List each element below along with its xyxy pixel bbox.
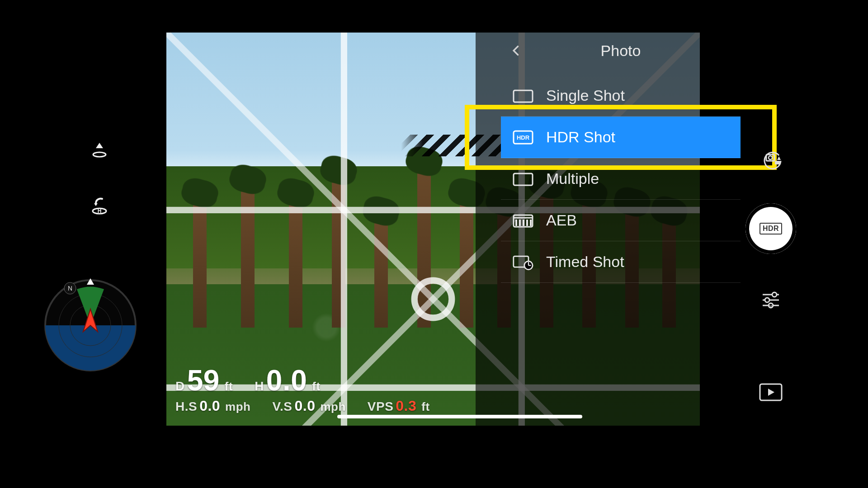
svg-text:M: M	[769, 304, 773, 308]
svg-point-36	[772, 292, 777, 297]
photo-mode-option[interactable]: AEB	[501, 200, 741, 241]
photo-mode-option-label: HDR Shot	[546, 128, 615, 146]
rect-icon	[513, 170, 533, 188]
shutter-mode-chip: HDR	[760, 223, 782, 235]
hs-value: 0.0	[199, 398, 220, 414]
exposure-bar	[337, 415, 583, 418]
svg-marker-31	[777, 156, 781, 160]
rect-icon	[513, 87, 533, 105]
playback-button[interactable]	[756, 378, 785, 407]
photo-mode-option-label: Timed Shot	[546, 253, 624, 271]
height-unit: ft	[312, 380, 320, 393]
return-home-button[interactable]: H	[85, 192, 114, 221]
menu-back-button[interactable]	[505, 40, 527, 61]
takeoff-button[interactable]	[85, 136, 114, 164]
north-label: N	[68, 285, 72, 292]
sliders-icon: M	[760, 289, 782, 311]
vs-unit: mph	[320, 400, 345, 413]
vps-unit: ft	[421, 400, 429, 413]
return-home-icon: H	[90, 196, 109, 216]
play-rect-icon	[759, 383, 783, 401]
photo-mode-option[interactable]: HDR HDR Shot	[501, 117, 741, 158]
hs-label: H.S	[175, 399, 197, 413]
camera-settings-button[interactable]: M	[756, 286, 785, 314]
svg-point-33	[769, 156, 772, 160]
distance-unit: ft	[225, 380, 233, 393]
timed-icon	[513, 253, 533, 271]
photo-mode-option[interactable]: Single Shot	[501, 75, 741, 117]
photo-mode-option-label: Single Shot	[546, 87, 625, 104]
photo-mode-option[interactable]: Multiple	[501, 158, 741, 200]
shutter-button[interactable]: HDR	[745, 203, 796, 254]
svg-point-0	[93, 152, 106, 157]
camera-switch-icon	[759, 146, 783, 170]
svg-rect-19	[514, 174, 533, 185]
svg-rect-16	[514, 90, 533, 102]
photo-mode-option-label: AEB	[546, 211, 577, 229]
telemetry-readout: D 59 ft H 0.0 ft H.S 0.0 mph V.S	[166, 366, 700, 419]
svg-point-38	[765, 298, 769, 302]
height-label: H	[255, 379, 264, 393]
vs-label: V.S	[272, 399, 292, 413]
distance-value: 59	[187, 364, 220, 397]
photo-mode-option-label: Multiple	[546, 170, 599, 188]
takeoff-icon	[90, 141, 108, 159]
hs-unit: mph	[225, 400, 250, 413]
distance-label: D	[175, 379, 185, 393]
menu-title: Photo	[527, 42, 714, 60]
chevron-left-icon	[510, 44, 523, 57]
svg-marker-43	[768, 389, 774, 396]
photo-mode-option[interactable]: Timed Shot	[501, 241, 741, 283]
camera-video-switch-button[interactable]	[757, 145, 784, 172]
svg-rect-34	[775, 161, 780, 164]
photo-mode-menu: Photo Single Shot HDR HDR Shot Multiple …	[501, 34, 741, 283]
vs-value: 0.0	[294, 398, 315, 414]
attitude-compass[interactable]: N	[41, 276, 140, 375]
aeb-icon	[513, 211, 533, 230]
height-value: 0.0	[266, 364, 307, 397]
hdr-icon: HDR	[513, 128, 533, 146]
svg-text:H: H	[98, 208, 102, 214]
vps-value: 0.3	[396, 398, 416, 414]
svg-text:HDR: HDR	[517, 134, 530, 141]
vps-label: VPS	[368, 399, 394, 413]
